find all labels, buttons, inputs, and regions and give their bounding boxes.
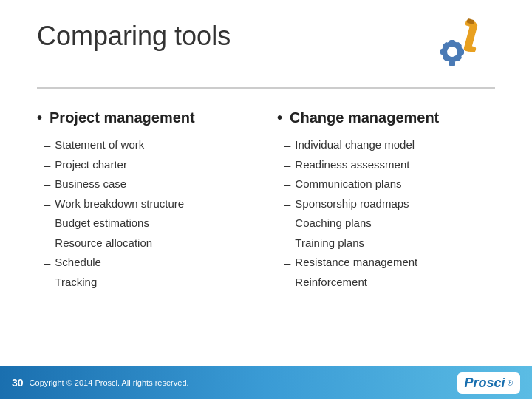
list-item: –Training plans [284, 233, 502, 253]
change-management-list: –Individual change model–Readiness asses… [277, 135, 502, 292]
svg-rect-12 [465, 44, 477, 52]
list-item: –Schedule [44, 253, 262, 273]
list-item: –Coaching plans [284, 214, 502, 233]
dash-icon: – [284, 253, 290, 273]
change-management-header: • Change management [277, 109, 502, 126]
tool-icon [429, 13, 495, 80]
list-item: –Statement of work [44, 135, 262, 155]
dash-icon: – [44, 156, 50, 175]
svg-point-1 [447, 47, 457, 57]
list-item: –Business case [44, 174, 262, 194]
svg-rect-5 [458, 49, 464, 55]
dash-icon: – [284, 273, 290, 293]
bottom-left: 30 Copyright © 2014 Prosci. All rights r… [12, 377, 189, 389]
list-item: –Tracking [44, 273, 262, 293]
dash-icon: – [284, 175, 290, 194]
dash-icon: – [44, 175, 50, 194]
dash-icon: – [284, 156, 290, 175]
dash-icon: – [284, 136, 290, 155]
title-divider [37, 87, 495, 89]
slide: Comparing tools • Proj [0, 0, 532, 399]
title-area: Comparing tools [0, 0, 532, 87]
dash-icon: – [284, 234, 290, 253]
list-item: –Readiness assessment [284, 155, 502, 175]
dash-icon: – [44, 195, 50, 214]
svg-rect-3 [449, 61, 455, 66]
list-item: –Resistance management [284, 253, 502, 273]
svg-rect-4 [440, 49, 446, 55]
dash-icon: – [44, 234, 50, 253]
dash-icon: – [44, 253, 50, 273]
slide-title: Comparing tools [37, 21, 231, 52]
list-item: –Communication plans [284, 174, 502, 194]
project-management-column: • Project management –Statement of work–… [37, 109, 262, 292]
prosci-logo: Prosci® [457, 372, 520, 394]
dash-icon: – [44, 273, 50, 293]
list-item: –Resource allocation [44, 233, 262, 253]
list-item: –Budget estimations [44, 214, 262, 233]
right-bullet: • [277, 109, 282, 126]
prosci-logo-text: Prosci [465, 375, 505, 391]
left-bullet: • [37, 109, 42, 126]
list-item: –Work breakdown structure [44, 194, 262, 214]
content-area: • Project management –Statement of work–… [0, 102, 532, 292]
page-number: 30 [12, 377, 24, 389]
list-item: –Project charter [44, 155, 262, 175]
bottom-bar: 30 Copyright © 2014 Prosci. All rights r… [0, 366, 532, 399]
list-item: –Sponsorship roadmaps [284, 194, 502, 214]
svg-rect-2 [449, 40, 455, 46]
dash-icon: – [44, 214, 50, 233]
dash-icon: – [284, 195, 290, 214]
prosci-registered: ® [508, 379, 513, 387]
project-management-list: –Statement of work–Project charter–Busin… [37, 135, 262, 292]
change-management-column: • Change management –Individual change m… [277, 109, 502, 292]
copyright-text: Copyright © 2014 Prosci. All rights rese… [30, 378, 189, 387]
list-item: –Individual change model [284, 135, 502, 155]
project-management-header: • Project management [37, 109, 262, 126]
list-item: –Reinforcement [284, 273, 502, 293]
dash-icon: – [284, 214, 290, 233]
dash-icon: – [44, 136, 50, 155]
